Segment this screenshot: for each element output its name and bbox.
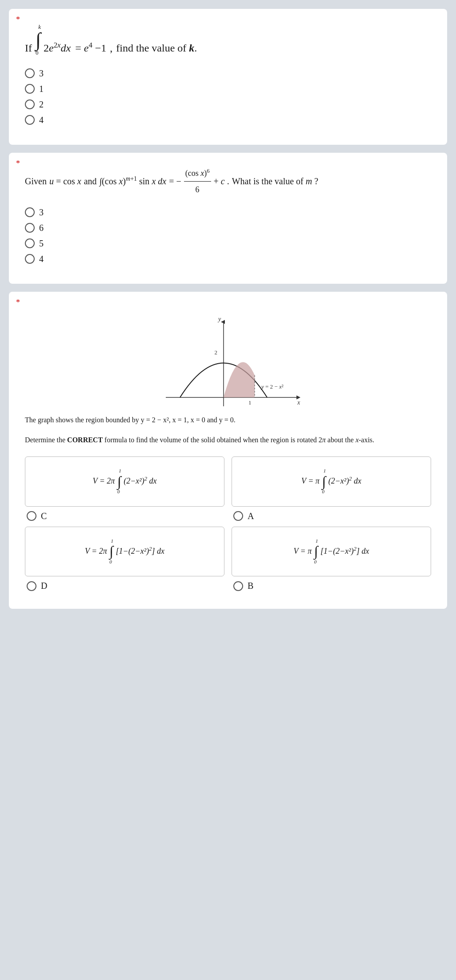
integrand-1: 2e2xdx [44, 37, 71, 59]
question-1-text: If k ∫ 0 2e2xdx = e4 −1 , find the value… [25, 21, 431, 59]
radio-1-4[interactable] [25, 115, 35, 125]
formula-options-grid: V = 2π 1 ∫ 0 (2−x²)2 dx V = π 1 ∫ 0 (2−x… [25, 456, 431, 507]
equals-sign-1: = [75, 37, 81, 59]
question-3-body2: Determine the CORRECT formula to find th… [25, 434, 431, 446]
question-2-card: * Given u = cos x and ∫(cos x)m+1 sin x … [9, 153, 447, 284]
x-tick-1: 1 [248, 399, 252, 406]
comma-1: , [110, 37, 112, 59]
label-row-B[interactable]: B [232, 581, 431, 591]
label-row-A[interactable]: A [232, 511, 431, 521]
option-label-2-5: 5 [39, 238, 44, 249]
x-axis-label: x [297, 399, 300, 406]
option-label-2-3: 3 [39, 207, 44, 218]
equals-2: = − [169, 172, 181, 190]
radio-1-1[interactable] [25, 84, 35, 94]
formula-labels-bottom: D B [25, 581, 431, 591]
radio-3-B[interactable] [233, 581, 243, 591]
plus-c-2: + c . [214, 172, 229, 190]
option-2-4[interactable]: 4 [25, 254, 431, 264]
radio-1-2[interactable] [25, 99, 35, 109]
required-marker-1: * [16, 15, 20, 24]
question-2-options: 3 6 5 4 [25, 207, 431, 264]
formula-B-text: V = π 1 ∫ 0 [1−(2−x²)2] dx [293, 537, 369, 567]
radio-2-6[interactable] [25, 223, 35, 233]
option-1-3[interactable]: 3 [25, 68, 431, 79]
question-1-card: * If k ∫ 0 2e2xdx = e4 −1 , find the val… [9, 9, 447, 145]
radio-1-3[interactable] [25, 68, 35, 78]
required-marker-3: * [16, 298, 20, 307]
radio-3-A[interactable] [233, 511, 243, 521]
radio-2-4[interactable] [25, 254, 35, 264]
formula-box-A[interactable]: V = π 1 ∫ 0 (2−x²)2 dx [232, 456, 431, 507]
label-A: A [248, 511, 254, 521]
option-label-1-4: 4 [39, 115, 44, 125]
formula-box-C[interactable]: V = 2π 1 ∫ 0 (2−x²)2 dx [25, 456, 224, 507]
option-label-1-3: 3 [39, 68, 44, 79]
formula-box-B[interactable]: V = π 1 ∫ 0 [1−(2−x²)2] dx [232, 527, 431, 577]
formula-D-text: V = 2π 1 ∫ 0 [1−(2−x²)2] dx [85, 537, 164, 567]
question-ask-2: What is the value of m ? [232, 172, 318, 190]
label-C: C [41, 511, 47, 521]
y-axis-label: y [217, 316, 221, 322]
option-1-1[interactable]: 1 [25, 84, 431, 94]
given-label: Given [25, 172, 47, 190]
formula-options-grid-2: V = 2π 1 ∫ 0 [1−(2−x²)2] dx V = π 1 ∫ 0 … [25, 527, 431, 577]
radio-2-5[interactable] [25, 238, 35, 248]
option-1-2[interactable]: 2 [25, 99, 431, 110]
curve-label: y = 2 − x² [260, 383, 284, 390]
option-2-6[interactable]: 6 [25, 223, 431, 233]
option-1-4[interactable]: 4 [25, 115, 431, 125]
y-tick-2: 2 [215, 349, 218, 356]
question-2-text: Given u = cos x and ∫(cos x)m+1 sin x dx… [25, 165, 431, 198]
option-label-1-2: 2 [39, 99, 44, 110]
integral-lower-limit: 0 [36, 47, 39, 59]
question-3-card: * x y 1 2 [9, 292, 447, 609]
integral-expr-2: ∫(cos x)m+1 sin x dx [100, 172, 167, 190]
radio-3-D[interactable] [27, 581, 36, 591]
required-marker-2: * [16, 159, 20, 168]
correct-bold: CORRECT [67, 436, 103, 444]
label-D: D [41, 581, 47, 591]
find-label-1: find the value of k. [116, 37, 197, 59]
option-label-2-4: 4 [39, 254, 44, 264]
u-def: u = cos x [49, 172, 81, 190]
radio-3-C[interactable] [27, 511, 36, 521]
graph-svg: x y 1 2 y = 2 − x² [152, 309, 304, 406]
label-row-C[interactable]: C [25, 511, 224, 521]
graph-container: x y 1 2 y = 2 − x² [25, 309, 431, 406]
formula-A-text: V = π 1 ∫ 0 (2−x²)2 dx [301, 467, 361, 496]
formula-C-text: V = 2π 1 ∫ 0 (2−x²)2 dx [93, 467, 157, 496]
label-B: B [248, 581, 253, 591]
rhs-1: e4 −1 [84, 37, 107, 59]
body-text-1: The graph shows the region bounded by y … [25, 416, 236, 424]
shaded-region [224, 362, 255, 397]
formula-box-D[interactable]: V = 2π 1 ∫ 0 [1−(2−x²)2] dx [25, 527, 224, 577]
question-3-body: The graph shows the region bounded by y … [25, 414, 431, 426]
if-label: If [25, 37, 32, 59]
question-1-options: 3 1 2 4 [25, 68, 431, 125]
option-label-1-1: 1 [39, 84, 44, 94]
body-text-2: formula to find the volume of the solid … [104, 436, 374, 444]
formula-labels-top: C A [25, 511, 431, 521]
fraction-2: (cos x)6 6 [184, 165, 211, 198]
and-label: and [84, 172, 97, 190]
option-2-5[interactable]: 5 [25, 238, 431, 249]
option-2-3[interactable]: 3 [25, 207, 431, 218]
label-row-D[interactable]: D [25, 581, 224, 591]
radio-2-3[interactable] [25, 207, 35, 217]
option-label-2-6: 6 [39, 223, 44, 233]
integral-symbol-1: ∫ [36, 31, 41, 49]
